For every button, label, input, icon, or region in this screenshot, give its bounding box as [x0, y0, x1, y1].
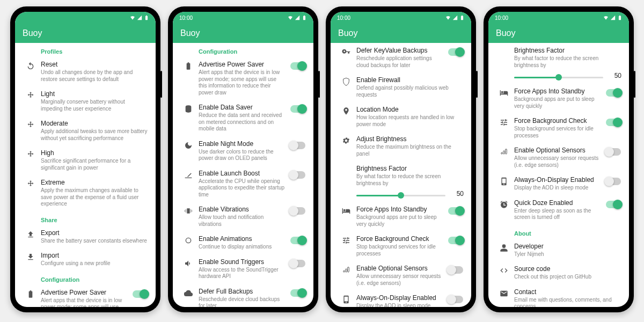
wifi-icon [445, 15, 451, 20]
phone-frame-1: Buoy Profiles Reset Undo all changes don… [10, 6, 160, 312]
config-doze[interactable]: Quick Doze EnabledEnter deep sleep as so… [488, 195, 629, 225]
profile-extreme[interactable]: Extreme Apply the maximum changes availa… [15, 175, 156, 211]
switch[interactable] [290, 171, 305, 179]
brightness-slider[interactable]: 50 [331, 188, 471, 202]
switch[interactable] [448, 237, 463, 244]
phone-icon [342, 295, 350, 304]
battery-icon [184, 62, 193, 70]
profile-light[interactable]: Light Marginally conserve battery withou… [15, 86, 156, 116]
alarm-icon [500, 200, 508, 209]
app-title: Buoy [23, 28, 42, 38]
animation-icon [184, 236, 193, 245]
key-icon [342, 48, 350, 56]
wifi-icon [288, 15, 293, 20]
config-firewall[interactable]: Enable FirewallDefend against possibly m… [331, 72, 471, 102]
section-about: About [488, 225, 629, 239]
download-icon [26, 253, 35, 261]
screen: Buoy Profiles Reset Undo all changes don… [15, 12, 156, 307]
switch[interactable] [290, 142, 305, 149]
switch[interactable] [606, 119, 621, 126]
config-data-saver[interactable]: Enable Data SaverReduce the data sent an… [173, 100, 313, 136]
config-sound[interactable]: Enable Sound TriggersAllow access to the… [173, 254, 313, 284]
app-bar: Buoy [15, 24, 156, 43]
config-kv-backups[interactable]: Defer KeyValue BackupsReschedule applica… [331, 43, 471, 72]
switch[interactable] [290, 237, 305, 244]
app-bar: Buoy [331, 24, 471, 43]
config-vibrations[interactable]: Enable VibrationsAllow touch and notific… [173, 202, 313, 231]
vibration-icon [184, 207, 193, 215]
battery-icon [26, 290, 35, 298]
cell-icon [295, 15, 300, 20]
app-bar: Buoy [173, 24, 313, 43]
status-bar: 10:00 [173, 12, 313, 24]
battery-icon [617, 15, 623, 20]
switch[interactable] [606, 148, 621, 156]
battery-icon [459, 15, 465, 20]
profile-reset[interactable]: Reset Undo all changes done by the app a… [15, 57, 156, 86]
move-icon [26, 180, 35, 188]
switch[interactable] [133, 290, 148, 298]
switch[interactable] [290, 207, 305, 215]
cloud-icon [184, 289, 193, 297]
about-source[interactable]: Source codeCheck out this project on Git… [488, 261, 629, 284]
switch[interactable] [448, 266, 463, 274]
switch[interactable] [290, 260, 305, 267]
person-icon [500, 244, 508, 252]
config-location[interactable]: Location ModeHow location requests are h… [331, 102, 471, 131]
switch[interactable] [290, 105, 305, 113]
config-bgcheck[interactable]: Force Background CheckStop background se… [488, 113, 629, 143]
switch[interactable] [606, 201, 621, 208]
config-sensors[interactable]: Enable Optional SensorsAllow unnecessary… [331, 261, 471, 290]
config-aod[interactable]: Always-On-Display EnabledDisplay the AOD… [488, 172, 629, 195]
config-animations[interactable]: Enable AnimationsContinue to display ani… [173, 231, 313, 254]
night-icon [184, 141, 193, 150]
status-bar: 10:00 [331, 12, 471, 24]
location-icon [342, 107, 350, 115]
app-bar: Buoy [488, 24, 629, 43]
config-standby[interactable]: Force Apps Into StandbyBackground apps a… [488, 84, 629, 113]
signal-icon [342, 266, 350, 274]
tune-icon [342, 236, 350, 245]
wifi-icon [603, 15, 609, 20]
share-import[interactable]: Import Configure using a new profile [15, 248, 156, 271]
config-adv-power[interactable]: Advertise Power SaverAlert apps that the… [173, 57, 313, 100]
move-icon [26, 91, 35, 100]
config-launch[interactable]: Enable Launch BoostAccelerate the CPU wh… [173, 166, 313, 202]
config-brightness-factor: Brightness FactorBy what factor to reduc… [488, 43, 629, 70]
switch[interactable] [448, 48, 463, 56]
cell-icon [137, 15, 142, 20]
config-brightness-factor: Brightness FactorBy what factor to reduc… [331, 161, 471, 188]
move-icon [26, 121, 35, 129]
switch[interactable] [606, 89, 621, 97]
config-bgcheck[interactable]: Force Background CheckStop background se… [331, 231, 471, 261]
config-full-backups[interactable]: Defer Full BackupsReschedule device clou… [173, 284, 313, 308]
switch[interactable] [448, 207, 463, 215]
phone-frame-2: 10:00 Buoy Configuration Advertise Power… [168, 6, 318, 312]
profile-moderate[interactable]: Moderate Apply additional tweaks to save… [15, 116, 156, 145]
profile-high[interactable]: High Sacrifice significant performance f… [15, 145, 156, 175]
config-night[interactable]: Enable Night ModeUse darker colors to re… [173, 136, 313, 166]
config-sensors[interactable]: Enable Optional SensorsAllow unnecessary… [488, 143, 629, 172]
cell-icon [452, 15, 458, 20]
config-aod[interactable]: Always-On-Display EnabledDisplay the AOD… [331, 290, 471, 307]
config-brightness[interactable]: Adjust BrightnessReduce the maximum brig… [331, 131, 471, 161]
bed-icon [342, 207, 350, 215]
section-profiles: Profiles [15, 43, 156, 57]
switch[interactable] [290, 62, 305, 70]
mail-icon [500, 289, 508, 298]
config-standby[interactable]: Force Apps Into StandbyBackground apps a… [331, 202, 471, 231]
about-developer[interactable]: DeveloperTyler Nijmeh [488, 239, 629, 262]
data-icon [184, 105, 193, 113]
config-adv-power[interactable]: Advertise Power Saver Alert apps that th… [15, 285, 156, 308]
status-time: 10:00 [179, 15, 193, 21]
share-export[interactable]: Export Share the battery saver constants… [15, 225, 156, 248]
switch[interactable] [448, 296, 463, 303]
switch[interactable] [606, 178, 621, 185]
brightness-slider[interactable]: 50 [488, 70, 629, 84]
signal-icon [500, 148, 508, 156]
about-contact[interactable]: ContactEmail me with questions, comments… [488, 284, 629, 308]
status-bar [15, 12, 156, 24]
shield-icon [342, 77, 350, 86]
launch-icon [184, 171, 193, 179]
switch[interactable] [290, 289, 305, 297]
